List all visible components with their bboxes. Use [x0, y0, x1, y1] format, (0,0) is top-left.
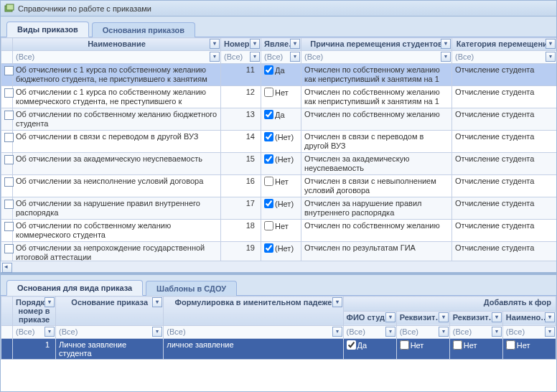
filter-cell[interactable]: (Все): [13, 326, 56, 339]
bool-checkbox[interactable]: [264, 243, 273, 253]
filter-cell[interactable]: (Все): [164, 326, 343, 339]
titlebar[interactable]: Справочники по работе с приказами: [1, 1, 556, 17]
rek1-checkbox[interactable]: [400, 340, 409, 350]
row-checkbox[interactable]: [4, 222, 14, 231]
window-title: Справочники по работе с приказами: [18, 4, 151, 13]
bottom-data-row[interactable]: 1 Личное заявление студента личное заявл…: [1, 339, 556, 360]
bool-checkbox[interactable]: [264, 110, 273, 119]
bool-checkbox[interactable]: [264, 132, 273, 141]
bool-checkbox[interactable]: [264, 88, 273, 97]
bcol-num[interactable]: Порядковый номер в приказе: [13, 297, 56, 326]
col-name[interactable]: Наименование: [13, 38, 221, 51]
app-icon: [4, 3, 15, 14]
table-row[interactable]: Об отчислении за неисполнение условий до…: [1, 175, 557, 197]
filter-cell[interactable]: (Все): [13, 51, 221, 64]
col-is[interactable]: Являетс...: [261, 38, 301, 51]
bool-checkbox[interactable]: [264, 154, 273, 164]
bcol-name[interactable]: Наименова...: [502, 311, 556, 326]
rek3-checkbox[interactable]: [506, 340, 515, 350]
tab-bases[interactable]: Основания для вида приказа: [6, 280, 143, 296]
col-number[interactable]: Номер у...: [221, 38, 261, 51]
bcol-form[interactable]: Формулировка в именительном падеже: [164, 297, 343, 326]
table-row[interactable]: Об отчислении с 1 курса по собственному …: [1, 64, 557, 86]
fio-checkbox[interactable]: [347, 340, 356, 350]
bool-checkbox[interactable]: [264, 177, 273, 186]
bool-checkbox[interactable]: [264, 221, 273, 230]
tab-order-types[interactable]: Виды приказов: [6, 22, 89, 37]
row-checkbox[interactable]: [4, 133, 14, 142]
top-grid[interactable]: Наименование Номер у... Являетс... Причи…: [1, 37, 556, 261]
filter-cell[interactable]: (Все): [301, 51, 452, 64]
filter-cell[interactable]: (Все): [396, 326, 449, 339]
row-checkbox[interactable]: [4, 177, 14, 187]
bool-checkbox[interactable]: [264, 199, 273, 208]
filter-cell[interactable]: (Все): [449, 326, 502, 339]
table-row[interactable]: Об отчислении за непрохождение государст…: [1, 242, 557, 261]
filter-cell[interactable]: (Все): [56, 326, 164, 339]
bcol-fio[interactable]: ФИО студен...: [343, 311, 396, 326]
bottom-tabstrip: Основания для вида приказа Шаблоны в СДО…: [1, 275, 556, 296]
row-checkbox[interactable]: [4, 244, 14, 253]
table-row[interactable]: Об отчислении по собственному желанию ко…: [1, 220, 557, 242]
row-checkbox[interactable]: [4, 200, 14, 209]
svg-rect-1: [6, 4, 14, 10]
bcol-rek1[interactable]: Реквизиты ...: [396, 311, 449, 326]
filter-cell[interactable]: (Все): [261, 51, 301, 64]
top-tabstrip: Виды приказов Основания приказов: [1, 17, 556, 37]
tab-order-reasons[interactable]: Основания приказов: [92, 22, 195, 37]
filter-cell[interactable]: (Все): [502, 326, 556, 339]
bcol-spanner: Добавлять к фор: [343, 297, 556, 312]
col-category[interactable]: Категория перемещения: [452, 38, 557, 51]
filter-cell[interactable]: (Все): [221, 51, 261, 64]
tab-templates[interactable]: Шаблоны в СДОУ: [146, 281, 237, 296]
row-checkbox[interactable]: [4, 66, 14, 75]
dialog-window: Справочники по работе с приказами Виды п…: [0, 0, 557, 392]
bcol-base[interactable]: Основание приказа: [56, 297, 164, 326]
filter-cell[interactable]: (Все): [343, 326, 396, 339]
bcol-rek2[interactable]: Реквизиты ...: [449, 311, 502, 326]
table-row[interactable]: Об отчислении с 1 курса по собственному …: [1, 86, 557, 108]
filter-cell[interactable]: (Все): [452, 51, 557, 64]
table-row[interactable]: Об отчислении за нарушение правил внутре…: [1, 197, 557, 220]
bool-checkbox[interactable]: [264, 65, 273, 75]
table-row[interactable]: Об отчислении по собственному желанию бю…: [1, 108, 557, 131]
table-row[interactable]: Об отчислении в связи с переводом в друг…: [1, 131, 557, 153]
horizontal-scrollbar[interactable]: [1, 261, 556, 272]
col-selector[interactable]: [1, 38, 13, 51]
row-checkbox[interactable]: [4, 88, 14, 98]
bottom-grid[interactable]: Порядковый номер в приказе Основание при…: [1, 296, 556, 391]
col-reason[interactable]: Причина перемещения студентов: [301, 38, 452, 51]
table-row[interactable]: Об отчислении за академическую неуспевае…: [1, 153, 557, 175]
row-checkbox[interactable]: [4, 111, 14, 120]
rek2-checkbox[interactable]: [453, 340, 462, 350]
row-checkbox[interactable]: [4, 155, 14, 164]
